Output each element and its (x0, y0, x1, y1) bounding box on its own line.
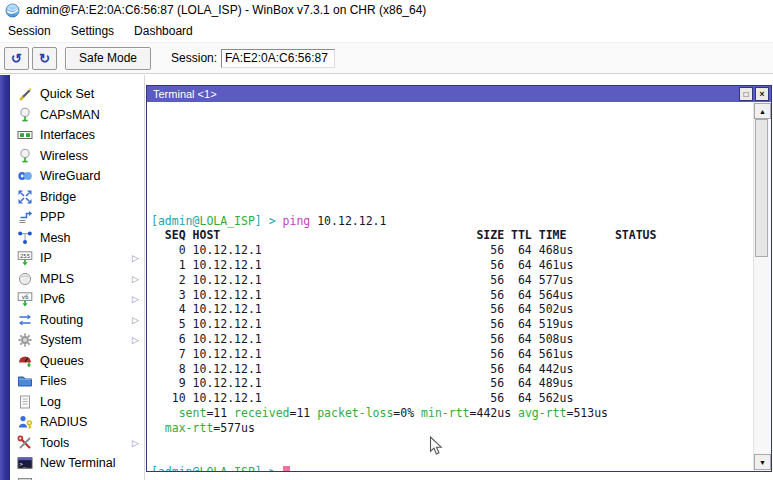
mesh-icon (17, 230, 33, 246)
expand-arrow-icon: ▷ (132, 274, 139, 283)
sidebar-item-label: System (40, 333, 82, 347)
sidebar-menu: Quick SetCAPsMANInterfacesWirelessWireGu… (10, 75, 145, 480)
winbox-window: admin@FA:E2:0A:C6:56:87 (LOLA_ISP) - Win… (0, 0, 773, 480)
expand-arrow-icon: ▷ (132, 295, 139, 304)
menu-dashboard[interactable]: Dashboard (124, 22, 203, 40)
sidebar-item-queues[interactable]: Queues (10, 351, 144, 372)
sidebar-item-label: Files (40, 374, 66, 388)
wand-icon (17, 86, 33, 102)
undo-button[interactable]: ↺ (4, 47, 29, 70)
sidebar-item-label: Routing (40, 313, 83, 327)
ppp-icon (17, 209, 33, 225)
sidebar-stripe (0, 75, 10, 480)
caps-antenna-icon (17, 107, 33, 123)
sidebar-item-label: Log (40, 395, 61, 409)
sidebar-item-interfaces[interactable]: Interfaces (10, 125, 144, 146)
main-area: Quick SetCAPsMANInterfacesWirelessWireGu… (0, 75, 773, 480)
sidebar-item-system[interactable]: System▷ (10, 330, 144, 351)
expand-arrow-icon: ▷ (132, 254, 139, 263)
sidebar-item-partial[interactable] (10, 474, 144, 480)
terminal-close-button[interactable]: × (755, 87, 769, 101)
session-input[interactable]: FA:E2:0A:C6:56:87 (221, 49, 335, 68)
toolbar: ↺ ↻ Safe Mode Session: FA:E2:0A:C6:56:87 (0, 42, 773, 74)
ip-icon: 255 (17, 250, 33, 266)
queues-icon (17, 353, 33, 369)
svg-text:v6: v6 (21, 293, 29, 300)
close-icon: × (760, 90, 765, 99)
expand-arrow-icon: ▷ (132, 438, 139, 447)
terminal-maximize-button[interactable]: □ (739, 87, 753, 101)
wireguard-icon (17, 168, 33, 184)
svg-text:255: 255 (20, 253, 30, 259)
expand-arrow-icon: ▷ (132, 315, 139, 324)
sidebar-item-label: IP (40, 251, 52, 265)
terminal-body: [admin@LOLA_ISP] > ping 10.12.12.1 SEQ H… (147, 102, 771, 471)
sidebar-item-wireless[interactable]: Wireless (10, 146, 144, 167)
sidebar-item-wireguard[interactable]: WireGuard (10, 166, 144, 187)
undo-icon: ↺ (11, 52, 22, 65)
sidebar-item-ipv6[interactable]: v6IPv6▷ (10, 289, 144, 310)
sidebar-item-quick-set[interactable]: Quick Set (10, 84, 144, 105)
mpls-icon (17, 271, 33, 287)
sidebar-item-routing[interactable]: Routing▷ (10, 310, 144, 331)
terminal-titlebar[interactable]: Terminal <1> □ × (147, 86, 771, 102)
sidebar-item-radius[interactable]: RADIUS (10, 412, 144, 433)
menu-session[interactable]: Session (0, 22, 61, 40)
ipv6-icon: v6 (17, 291, 33, 307)
sidebar-item-ip[interactable]: 255IP▷ (10, 248, 144, 269)
sidebar-item-label: RADIUS (40, 415, 87, 429)
session-value: FA:E2:0A:C6:56:87 (225, 51, 328, 65)
sidebar-item-label: Quick Set (40, 87, 94, 101)
routing-icon (17, 312, 33, 328)
redo-button[interactable]: ↻ (32, 47, 57, 70)
folder-icon (17, 373, 33, 389)
sidebar-item-label: Wireless (40, 149, 88, 163)
scrollbar-thumb[interactable] (755, 119, 768, 257)
sidebar-item-label: Queues (40, 354, 84, 368)
mouse-cursor (429, 436, 444, 457)
sidebar-item-capsman[interactable]: CAPsMAN (10, 105, 144, 126)
sidebar-item-label: PPP (40, 210, 65, 224)
wireless-antenna-icon (17, 148, 33, 164)
sidebar-item-mpls[interactable]: MPLS▷ (10, 269, 144, 290)
scroll-down-icon: ▼ (759, 459, 766, 466)
scroll-down-button[interactable]: ▼ (754, 454, 771, 470)
interfaces-icon (17, 127, 33, 143)
sidebar-item-mesh[interactable]: Mesh (10, 228, 144, 249)
safe-mode-label: Safe Mode (79, 51, 137, 65)
partial-item-icon (17, 476, 33, 480)
sidebar-item-label: WireGuard (40, 169, 100, 183)
session-label: Session: (171, 51, 217, 65)
terminal-cursor (283, 466, 290, 471)
tools-icon (17, 435, 33, 451)
sidebar-item-label: CAPsMAN (40, 108, 100, 122)
sidebar-item-files[interactable]: Files (10, 371, 144, 392)
sidebar-item-new-terminal[interactable]: >_New Terminal (10, 453, 144, 474)
terminal-title: Terminal <1> (153, 88, 737, 100)
sidebar-item-label: Interfaces (40, 128, 95, 142)
log-icon (17, 394, 33, 410)
scroll-up-button[interactable]: ▲ (754, 103, 771, 119)
terminal-icon: >_ (17, 455, 33, 471)
winbox-logo-icon (5, 3, 20, 18)
expand-arrow-icon: ▷ (132, 336, 139, 345)
sidebar-item-label: New Terminal (40, 456, 116, 470)
terminal-window: Terminal <1> □ × [admin@LOLA_ISP] > ping… (146, 85, 772, 472)
terminal-output[interactable]: [admin@LOLA_ISP] > ping 10.12.12.1 SEQ H… (147, 102, 754, 471)
scroll-up-icon: ▲ (759, 108, 766, 115)
radius-icon (17, 414, 33, 430)
sidebar-item-ppp[interactable]: PPP (10, 207, 144, 228)
gear-icon (17, 332, 33, 348)
sidebar-item-tools[interactable]: Tools▷ (10, 433, 144, 454)
terminal-scrollbar[interactable]: ▲ ▼ (753, 102, 771, 471)
sidebar-item-log[interactable]: Log (10, 392, 144, 413)
safe-mode-button[interactable]: Safe Mode (65, 47, 151, 70)
sidebar-item-label: MPLS (40, 272, 74, 286)
sidebar-item-bridge[interactable]: Bridge (10, 187, 144, 208)
sidebar-item-label: Bridge (40, 190, 76, 204)
window-titlebar: admin@FA:E2:0A:C6:56:87 (LOLA_ISP) - Win… (0, 0, 773, 20)
redo-icon: ↻ (39, 52, 50, 65)
menubar: Session Settings Dashboard (0, 20, 773, 41)
menu-settings[interactable]: Settings (61, 22, 124, 40)
maximize-icon: □ (743, 90, 748, 99)
